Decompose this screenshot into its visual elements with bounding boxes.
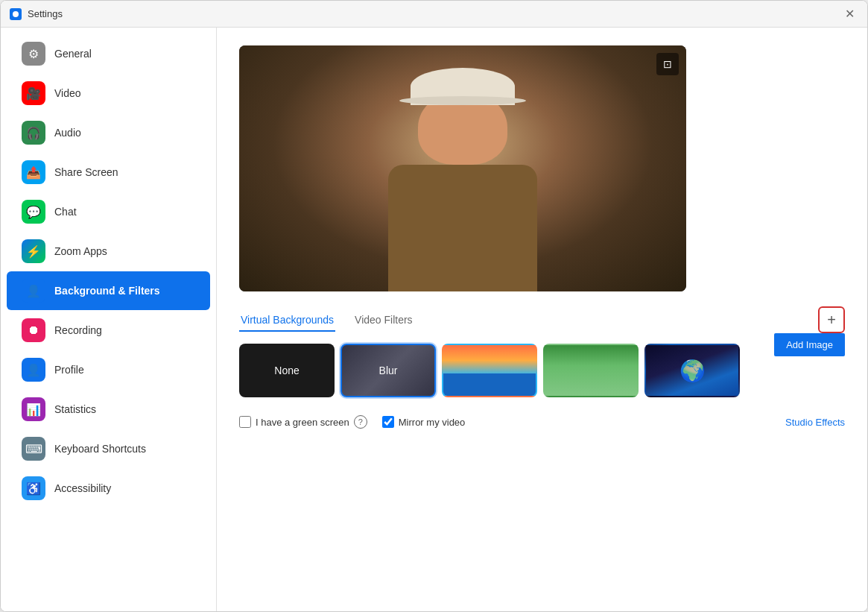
share-screen-icon: 📤 xyxy=(22,160,45,184)
background-filters-label: Background & Filters xyxy=(54,285,160,297)
main-content: ⊡ Virtual Backgrounds Video Filters + Ad… xyxy=(217,28,867,611)
body-shape xyxy=(388,165,537,291)
keyboard-shortcuts-icon: ⌨ xyxy=(22,437,45,461)
add-image-button[interactable]: + xyxy=(818,306,845,333)
sidebar: ⚙General🎥Video🎧Audio📤Share Screen💬Chat⚡Z… xyxy=(1,28,217,611)
chat-icon: 💬 xyxy=(22,200,45,224)
share-screen-label: Share Screen xyxy=(54,166,118,178)
mirror-video-checkbox[interactable] xyxy=(382,416,394,428)
close-button[interactable]: ✕ xyxy=(840,5,858,23)
bg-grass[interactable] xyxy=(543,344,639,397)
window-title: Settings xyxy=(28,8,840,19)
statistics-icon: 📊 xyxy=(22,397,45,421)
add-image-tooltip: Add Image xyxy=(774,333,845,356)
sidebar-item-profile[interactable]: 👤Profile xyxy=(7,350,210,389)
head-shape xyxy=(418,90,507,165)
tabs-row: Virtual Backgrounds Video Filters + Add … xyxy=(239,309,845,332)
mirror-video-label: Mirror my video xyxy=(399,417,466,428)
green-screen-label: I have a green screen xyxy=(256,417,349,428)
tab-virtual-backgrounds[interactable]: Virtual Backgrounds xyxy=(239,309,335,332)
person-placeholder xyxy=(358,68,567,291)
chat-label: Chat xyxy=(54,206,77,218)
statistics-label: Statistics xyxy=(54,403,96,415)
sidebar-item-keyboard-shortcuts[interactable]: ⌨Keyboard Shortcuts xyxy=(7,429,210,468)
profile-label: Profile xyxy=(54,364,84,376)
profile-icon: 👤 xyxy=(22,358,45,382)
sidebar-item-recording[interactable]: ⏺Recording xyxy=(7,311,210,350)
settings-window: Settings ✕ ⚙General🎥Video🎧Audio📤Share Sc… xyxy=(0,0,868,612)
add-image-container: + Add Image xyxy=(818,306,845,333)
zoom-apps-icon: ⚡ xyxy=(22,239,45,263)
zoom-apps-label: Zoom Apps xyxy=(54,245,107,257)
video-label: Video xyxy=(54,87,81,99)
audio-icon: 🎧 xyxy=(22,121,45,145)
sidebar-item-zoom-apps[interactable]: ⚡Zoom Apps xyxy=(7,232,210,271)
green-screen-help-icon[interactable]: ? xyxy=(354,415,367,429)
tab-video-filters[interactable]: Video Filters xyxy=(353,309,414,332)
recording-icon: ⏺ xyxy=(22,318,45,342)
bg-blur-label: Blur xyxy=(379,365,398,376)
general-label: General xyxy=(54,48,92,60)
background-filters-icon: 👤 xyxy=(22,279,45,303)
video-icon: 🎥 xyxy=(22,81,45,105)
mirror-video-group: Mirror my video xyxy=(382,416,466,428)
titlebar: Settings ✕ xyxy=(1,1,867,28)
bridge-water xyxy=(443,373,536,396)
pip-button[interactable]: ⊡ xyxy=(656,53,679,75)
bg-earth[interactable]: 🌍 xyxy=(644,344,740,397)
sidebar-item-accessibility[interactable]: ♿Accessibility xyxy=(7,469,210,508)
video-frame xyxy=(239,45,686,291)
earth-glow: 🌍 xyxy=(679,359,706,383)
green-screen-checkbox[interactable] xyxy=(239,416,251,428)
sidebar-item-general[interactable]: ⚙General xyxy=(7,34,210,73)
bg-bridge[interactable] xyxy=(442,344,537,397)
general-icon: ⚙ xyxy=(22,42,45,66)
sidebar-item-background-filters[interactable]: 👤Background & Filters xyxy=(7,271,210,310)
app-icon xyxy=(10,8,22,20)
svg-point-0 xyxy=(13,11,19,17)
video-preview: ⊡ xyxy=(239,45,686,291)
sidebar-item-video[interactable]: 🎥Video xyxy=(7,74,210,113)
green-screen-group: I have a green screen ? xyxy=(239,415,367,429)
backgrounds-grid: None Blur 🌍 xyxy=(239,344,845,397)
accessibility-label: Accessibility xyxy=(54,482,111,494)
bg-none[interactable]: None xyxy=(239,344,335,397)
bg-blur[interactable]: Blur xyxy=(340,344,436,397)
options-row: I have a green screen ? Mirror my video … xyxy=(239,415,845,429)
sidebar-item-chat[interactable]: 💬Chat xyxy=(7,192,210,231)
hat-shape xyxy=(411,68,515,105)
studio-effects-link[interactable]: Studio Effects xyxy=(785,417,845,428)
accessibility-icon: ♿ xyxy=(22,476,45,500)
sidebar-item-statistics[interactable]: 📊Statistics xyxy=(7,390,210,429)
sidebar-item-audio[interactable]: 🎧Audio xyxy=(7,113,210,152)
sidebar-item-share-screen[interactable]: 📤Share Screen xyxy=(7,153,210,192)
audio-label: Audio xyxy=(54,127,81,139)
content-area: ⚙General🎥Video🎧Audio📤Share Screen💬Chat⚡Z… xyxy=(1,28,867,611)
recording-label: Recording xyxy=(54,324,102,336)
bg-none-label: None xyxy=(274,365,299,376)
keyboard-shortcuts-label: Keyboard Shortcuts xyxy=(54,443,146,455)
